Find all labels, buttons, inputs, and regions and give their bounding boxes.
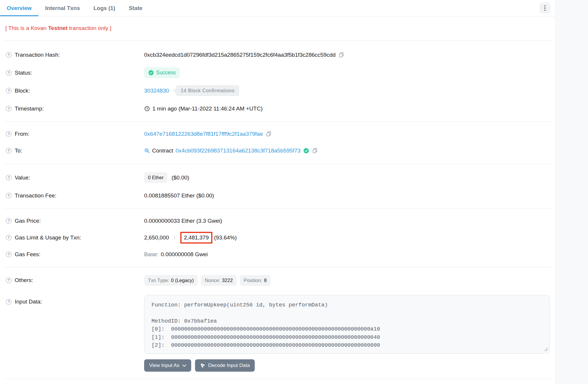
notice-bold: Testnet	[48, 25, 67, 31]
chevron-down-icon	[182, 364, 186, 367]
section-value-fee: Value: 0 Ether ($0.00) Transaction Fee: …	[0, 164, 555, 208]
tab-internal-txns[interactable]: Internal Txns	[39, 0, 87, 16]
block-label: Block:	[15, 88, 30, 94]
success-check-icon	[148, 70, 154, 76]
kebab-icon	[544, 5, 546, 7]
to-label: To:	[15, 147, 22, 154]
annotation-box: 2,481,379	[180, 232, 212, 244]
transaction-fee-value: 0.0081885507 Ether ($0.00)	[144, 192, 214, 199]
page-background-strip	[555, 0, 588, 384]
gas-limit-label: Gas Limit & Usage by Txn:	[15, 234, 81, 241]
timestamp-label: Timestamp:	[15, 105, 44, 112]
value-label: Value:	[15, 175, 30, 181]
help-icon[interactable]	[6, 88, 11, 93]
help-icon[interactable]	[6, 299, 11, 305]
row-block: Block: 30324830 14 Block Confirmations	[6, 82, 550, 100]
help-icon[interactable]	[6, 235, 11, 240]
help-icon[interactable]	[6, 131, 11, 137]
resize-grip-icon[interactable]	[544, 346, 548, 353]
clock-icon	[144, 106, 150, 112]
row-from: From: 0x647e7168122263d8e7f81f17fff9c2f1…	[6, 125, 550, 142]
input-data-actions: View Input As Decode Input Data	[144, 359, 550, 372]
gas-fees-base-label: Base:	[144, 251, 159, 258]
gas-price-value: 0.0000000033 Ether (3.3 Gwei)	[144, 218, 222, 224]
notice-prefix: [ This is a Kovan	[5, 25, 48, 31]
help-icon[interactable]	[6, 106, 11, 111]
copy-icon[interactable]	[312, 147, 318, 154]
input-data-label: Input Data:	[15, 299, 42, 305]
value-usd: ($0.00)	[171, 175, 189, 181]
help-icon[interactable]	[6, 278, 11, 283]
notice-suffix: transaction only ]	[68, 25, 111, 31]
input-data-textarea[interactable]: Function: performUpkeep(uint256 id, byte…	[144, 295, 550, 354]
tab-logs[interactable]: Logs (1)	[87, 0, 122, 16]
tab-overview[interactable]: Overview	[0, 0, 39, 16]
gas-used-value: 2,481,379	[184, 234, 209, 241]
row-timestamp: Timestamp: 1 min ago (Mar-11-2022 11:46:…	[6, 100, 550, 118]
block-number-link[interactable]: 30324830	[144, 88, 169, 94]
gas-price-label: Gas Price:	[15, 218, 41, 224]
from-address-link[interactable]: 0x647e7168122263d8e7f81f17fff9c2f1aa379f…	[144, 131, 263, 137]
tab-state[interactable]: State	[122, 0, 149, 16]
position-badge: Position: 8	[240, 275, 270, 286]
transaction-fee-label: Transaction Fee:	[15, 192, 56, 199]
more-options-button[interactable]	[539, 3, 550, 14]
section-gas: Gas Price: 0.0000000033 Ether (3.3 Gwei)…	[0, 208, 555, 267]
contract-verified-icon	[303, 148, 309, 154]
transaction-details-card: Overview Internal Txns Logs (1) State [ …	[0, 0, 555, 384]
row-others: Others: Txn Type: 0 (Legacy) Nonce: 3222…	[6, 271, 550, 290]
row-to: To: Contract 0x4cb093f226983713164a62138…	[6, 142, 550, 159]
row-transaction-hash: Transaction Hash: 0xcb324eedcd1d07296fdf…	[6, 46, 550, 64]
gas-fees-base-value: 0.000000008 Gwei	[161, 251, 208, 258]
from-label: From:	[15, 131, 29, 137]
transaction-hash-label: Transaction Hash:	[15, 52, 60, 58]
others-label: Others:	[15, 277, 33, 284]
view-input-as-button[interactable]: View Input As	[144, 359, 191, 372]
decode-input-data-button[interactable]: Decode Input Data	[195, 359, 255, 372]
to-address-link[interactable]: 0x4cb093f226983713164a62138c3f718a5b595f…	[176, 147, 301, 154]
block-confirmations-badge: 14 Block Confirmations	[176, 85, 239, 96]
transaction-hash-value: 0xcb324eedcd1d07296fdf3d215a2865275f159c…	[144, 52, 336, 58]
row-status: Status: Success	[6, 64, 550, 82]
row-gas-price: Gas Price: 0.0000000033 Ether (3.3 Gwei)	[6, 212, 550, 229]
decode-icon	[200, 363, 205, 368]
copy-icon[interactable]	[266, 131, 272, 137]
status-value: Success	[156, 70, 176, 76]
help-icon[interactable]	[6, 251, 11, 257]
row-gas-limit-usage: Gas Limit & Usage by Txn: 2,650,000 | 2,…	[6, 229, 550, 246]
to-contract-prefix: Contract	[152, 147, 173, 154]
testnet-notice: [ This is a Kovan Testnet transaction on…	[0, 16, 555, 41]
copy-icon[interactable]	[338, 52, 344, 58]
help-icon[interactable]	[6, 52, 11, 58]
timestamp-value: 1 min ago (Mar-11-2022 11:46:24 AM +UTC)	[152, 105, 263, 112]
gas-used-percent: (93.64%)	[214, 234, 237, 241]
trace-magnifier-icon[interactable]	[144, 148, 150, 154]
txn-type-badge: Txn Type: 0 (Legacy)	[144, 275, 198, 286]
section-addresses: From: 0x647e7168122263d8e7f81f17fff9c2f1…	[0, 122, 555, 164]
gas-limit-value: 2,650,000	[144, 234, 169, 241]
row-input-data: Input Data: Function: performUpkeep(uint…	[6, 295, 550, 372]
row-transaction-fee: Transaction Fee: 0.0081885507 Ether ($0.…	[6, 187, 550, 204]
section-others-input: Others: Txn Type: 0 (Legacy) Nonce: 3222…	[0, 267, 555, 379]
row-gas-fees: Gas Fees: Base: 0.000000008 Gwei	[6, 246, 550, 263]
help-icon[interactable]	[6, 218, 11, 224]
status-label: Status:	[15, 70, 32, 76]
section-overview-top: Transaction Hash: 0xcb324eedcd1d07296fdf…	[0, 41, 555, 121]
gas-separator: |	[174, 234, 176, 241]
gas-fees-label: Gas Fees:	[15, 251, 41, 258]
help-icon[interactable]	[6, 175, 11, 180]
bottom-spacer	[0, 379, 555, 384]
help-icon[interactable]	[6, 193, 11, 198]
nonce-badge: Nonce: 3222	[201, 275, 236, 286]
status-badge: Success	[144, 67, 180, 78]
row-value: Value: 0 Ether ($0.00)	[6, 169, 550, 187]
help-icon[interactable]	[6, 148, 11, 153]
tab-bar: Overview Internal Txns Logs (1) State	[0, 0, 555, 16]
help-icon[interactable]	[6, 70, 11, 76]
ether-value-badge: 0 Ether	[144, 172, 167, 183]
